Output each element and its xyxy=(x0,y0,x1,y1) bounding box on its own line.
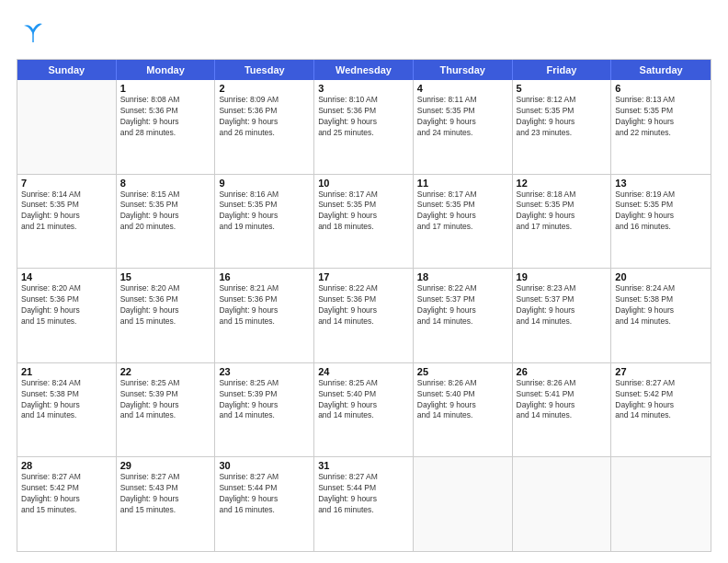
day-info: Sunrise: 8:27 AM Sunset: 5:42 PM Dayligh… xyxy=(21,472,112,516)
header-day-sunday: Sunday xyxy=(17,60,117,80)
calendar-cell-r0-c6: 6Sunrise: 8:13 AM Sunset: 5:35 PM Daylig… xyxy=(611,80,711,174)
header-day-thursday: Thursday xyxy=(414,60,513,80)
day-info: Sunrise: 8:17 AM Sunset: 5:35 PM Dayligh… xyxy=(417,190,508,234)
day-number: 8 xyxy=(120,178,211,189)
day-number: 26 xyxy=(517,366,608,377)
calendar-cell-r4-c6 xyxy=(611,457,711,551)
day-number: 29 xyxy=(120,460,211,471)
day-info: Sunrise: 8:19 AM Sunset: 5:35 PM Dayligh… xyxy=(615,190,707,234)
calendar-cell-r3-c4: 25Sunrise: 8:26 AM Sunset: 5:40 PM Dayli… xyxy=(414,363,513,457)
calendar-row-2: 14Sunrise: 8:20 AM Sunset: 5:36 PM Dayli… xyxy=(17,269,711,363)
day-number: 6 xyxy=(615,83,707,94)
day-number: 30 xyxy=(219,460,310,471)
day-info: Sunrise: 8:14 AM Sunset: 5:35 PM Dayligh… xyxy=(21,190,112,234)
logo-icon xyxy=(17,17,50,50)
day-number: 16 xyxy=(219,271,310,282)
calendar-header: SundayMondayTuesdayWednesdayThursdayFrid… xyxy=(17,60,711,80)
calendar-cell-r4-c4 xyxy=(414,457,513,551)
calendar-cell-r1-c1: 8Sunrise: 8:15 AM Sunset: 5:35 PM Daylig… xyxy=(117,175,216,269)
day-number: 3 xyxy=(318,83,409,94)
calendar-cell-r4-c1: 29Sunrise: 8:27 AM Sunset: 5:43 PM Dayli… xyxy=(117,457,216,551)
calendar-cell-r2-c6: 20Sunrise: 8:24 AM Sunset: 5:38 PM Dayli… xyxy=(611,269,711,362)
calendar-cell-r1-c2: 9Sunrise: 8:16 AM Sunset: 5:35 PM Daylig… xyxy=(215,175,314,269)
header xyxy=(17,17,711,50)
day-number: 23 xyxy=(219,366,310,377)
calendar-cell-r3-c6: 27Sunrise: 8:27 AM Sunset: 5:42 PM Dayli… xyxy=(611,363,711,457)
calendar-cell-r4-c5 xyxy=(513,457,612,551)
day-number: 4 xyxy=(417,83,508,94)
day-number: 11 xyxy=(417,178,508,189)
logo xyxy=(17,17,53,50)
calendar-row-0: 1Sunrise: 8:08 AM Sunset: 5:36 PM Daylig… xyxy=(17,80,711,175)
calendar-cell-r3-c2: 23Sunrise: 8:25 AM Sunset: 5:39 PM Dayli… xyxy=(215,363,314,457)
day-number: 1 xyxy=(120,83,211,94)
calendar-cell-r4-c0: 28Sunrise: 8:27 AM Sunset: 5:42 PM Dayli… xyxy=(17,457,117,551)
day-number: 20 xyxy=(615,271,707,282)
day-info: Sunrise: 8:23 AM Sunset: 5:37 PM Dayligh… xyxy=(517,283,608,327)
calendar-cell-r2-c3: 17Sunrise: 8:22 AM Sunset: 5:36 PM Dayli… xyxy=(314,269,414,362)
day-info: Sunrise: 8:11 AM Sunset: 5:35 PM Dayligh… xyxy=(417,95,508,139)
day-info: Sunrise: 8:22 AM Sunset: 5:36 PM Dayligh… xyxy=(318,283,409,327)
calendar-cell-r3-c0: 21Sunrise: 8:24 AM Sunset: 5:38 PM Dayli… xyxy=(17,363,117,457)
day-info: Sunrise: 8:20 AM Sunset: 5:36 PM Dayligh… xyxy=(120,283,211,327)
day-info: Sunrise: 8:25 AM Sunset: 5:40 PM Dayligh… xyxy=(318,378,409,422)
day-info: Sunrise: 8:25 AM Sunset: 5:39 PM Dayligh… xyxy=(219,378,310,422)
day-info: Sunrise: 8:26 AM Sunset: 5:40 PM Dayligh… xyxy=(417,378,508,422)
calendar-cell-r1-c4: 11Sunrise: 8:17 AM Sunset: 5:35 PM Dayli… xyxy=(414,175,513,269)
calendar-row-1: 7Sunrise: 8:14 AM Sunset: 5:35 PM Daylig… xyxy=(17,175,711,270)
day-number: 2 xyxy=(219,83,310,94)
day-info: Sunrise: 8:16 AM Sunset: 5:35 PM Dayligh… xyxy=(219,190,310,234)
calendar-cell-r2-c1: 15Sunrise: 8:20 AM Sunset: 5:36 PM Dayli… xyxy=(117,269,216,362)
calendar-body: 1Sunrise: 8:08 AM Sunset: 5:36 PM Daylig… xyxy=(17,80,711,551)
calendar-cell-r4-c3: 31Sunrise: 8:27 AM Sunset: 5:44 PM Dayli… xyxy=(314,457,414,551)
day-info: Sunrise: 8:09 AM Sunset: 5:36 PM Dayligh… xyxy=(219,95,310,139)
calendar-cell-r0-c4: 4Sunrise: 8:11 AM Sunset: 5:35 PM Daylig… xyxy=(414,80,513,174)
day-info: Sunrise: 8:10 AM Sunset: 5:36 PM Dayligh… xyxy=(318,95,409,139)
day-info: Sunrise: 8:17 AM Sunset: 5:35 PM Dayligh… xyxy=(318,190,409,234)
day-info: Sunrise: 8:12 AM Sunset: 5:35 PM Dayligh… xyxy=(517,95,608,139)
calendar-cell-r3-c3: 24Sunrise: 8:25 AM Sunset: 5:40 PM Dayli… xyxy=(314,363,414,457)
header-day-wednesday: Wednesday xyxy=(314,60,414,80)
day-number: 5 xyxy=(517,83,608,94)
calendar-cell-r3-c1: 22Sunrise: 8:25 AM Sunset: 5:39 PM Dayli… xyxy=(117,363,216,457)
header-day-tuesday: Tuesday xyxy=(215,60,314,80)
day-info: Sunrise: 8:22 AM Sunset: 5:37 PM Dayligh… xyxy=(417,283,508,327)
calendar-cell-r0-c5: 5Sunrise: 8:12 AM Sunset: 5:35 PM Daylig… xyxy=(513,80,612,174)
day-number: 13 xyxy=(615,178,707,189)
day-number: 28 xyxy=(21,460,112,471)
calendar: SundayMondayTuesdayWednesdayThursdayFrid… xyxy=(17,59,711,552)
calendar-cell-r1-c5: 12Sunrise: 8:18 AM Sunset: 5:35 PM Dayli… xyxy=(513,175,612,269)
day-number: 31 xyxy=(318,460,409,471)
day-info: Sunrise: 8:15 AM Sunset: 5:35 PM Dayligh… xyxy=(120,190,211,234)
day-info: Sunrise: 8:08 AM Sunset: 5:36 PM Dayligh… xyxy=(120,95,211,139)
calendar-cell-r2-c2: 16Sunrise: 8:21 AM Sunset: 5:36 PM Dayli… xyxy=(215,269,314,362)
day-number: 21 xyxy=(21,366,112,377)
day-number: 24 xyxy=(318,366,409,377)
day-info: Sunrise: 8:13 AM Sunset: 5:35 PM Dayligh… xyxy=(615,95,707,139)
day-number: 12 xyxy=(517,178,608,189)
header-day-saturday: Saturday xyxy=(611,60,711,80)
day-number: 17 xyxy=(318,271,409,282)
day-number: 19 xyxy=(517,271,608,282)
day-number: 14 xyxy=(21,271,112,282)
page: SundayMondayTuesdayWednesdayThursdayFrid… xyxy=(0,0,728,563)
calendar-cell-r1-c3: 10Sunrise: 8:17 AM Sunset: 5:35 PM Dayli… xyxy=(314,175,414,269)
day-info: Sunrise: 8:27 AM Sunset: 5:42 PM Dayligh… xyxy=(615,378,707,422)
calendar-cell-r2-c5: 19Sunrise: 8:23 AM Sunset: 5:37 PM Dayli… xyxy=(513,269,612,362)
calendar-cell-r0-c1: 1Sunrise: 8:08 AM Sunset: 5:36 PM Daylig… xyxy=(117,80,216,174)
header-day-friday: Friday xyxy=(513,60,612,80)
calendar-cell-r2-c0: 14Sunrise: 8:20 AM Sunset: 5:36 PM Dayli… xyxy=(17,269,117,362)
calendar-cell-r0-c2: 2Sunrise: 8:09 AM Sunset: 5:36 PM Daylig… xyxy=(215,80,314,174)
calendar-cell-r1-c0: 7Sunrise: 8:14 AM Sunset: 5:35 PM Daylig… xyxy=(17,175,117,269)
calendar-cell-r1-c6: 13Sunrise: 8:19 AM Sunset: 5:35 PM Dayli… xyxy=(611,175,711,269)
header-day-monday: Monday xyxy=(117,60,216,80)
day-info: Sunrise: 8:27 AM Sunset: 5:44 PM Dayligh… xyxy=(318,472,409,516)
calendar-cell-r0-c0 xyxy=(17,80,117,174)
day-info: Sunrise: 8:25 AM Sunset: 5:39 PM Dayligh… xyxy=(120,378,211,422)
calendar-cell-r0-c3: 3Sunrise: 8:10 AM Sunset: 5:36 PM Daylig… xyxy=(314,80,414,174)
day-number: 15 xyxy=(120,271,211,282)
day-number: 25 xyxy=(417,366,508,377)
day-number: 7 xyxy=(21,178,112,189)
day-number: 10 xyxy=(318,178,409,189)
day-number: 27 xyxy=(615,366,707,377)
